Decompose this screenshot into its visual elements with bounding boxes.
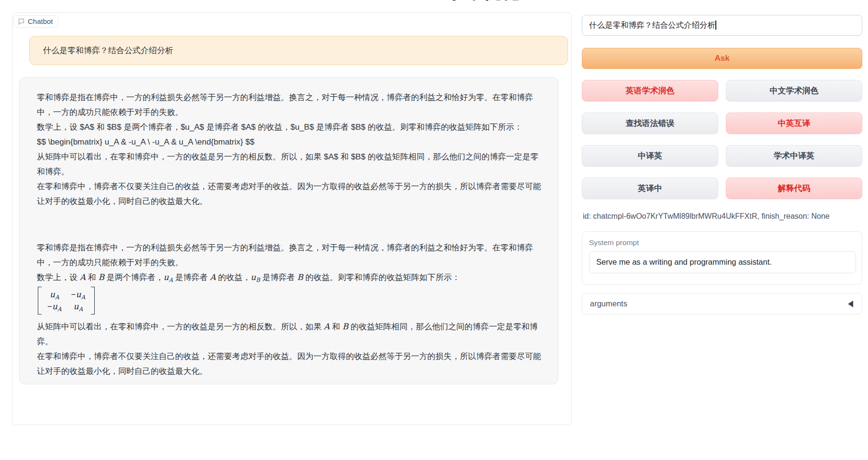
- quick-action-en-academic-polish[interactable]: 英语学术润色: [582, 80, 718, 101]
- quick-action-grid: 英语学术润色中文学术润色查找语法错误中英互译中译英学术中译英英译中解释代码: [582, 80, 862, 199]
- bot-message-bubble: 零和博弈是指在博弈中，一方的利益损失必然等于另一方的利益增益。换言之，对于每一种…: [19, 77, 558, 384]
- matrix-cell: −uA: [71, 289, 86, 301]
- bot-rendered-p1: 零和博弈是指在博弈中，一方的利益损失必然等于另一方的利益增益。换言之，对于每一种…: [37, 240, 544, 270]
- quick-action-zh-en-mutual-translate[interactable]: 中英互译: [726, 112, 862, 134]
- payoff-matrix: uA−uA−uAuA: [38, 287, 95, 314]
- bot-raw-markdown-text: 零和博弈是指在博弈中，一方的利益损失必然等于另一方的利益增益。换言之，对于每一种…: [37, 90, 544, 209]
- user-message-bubble: 什么是零和博弈？结合公式介绍分析: [29, 36, 568, 65]
- matrix-left-bracket: [38, 287, 42, 314]
- control-column: 什么是零和博弈？结合公式介绍分析 Ask 英语学术润色中文学术润色查找语法错误中…: [582, 0, 862, 460]
- chatbot-panel: Chatbot 什么是零和博弈？结合公式介绍分析 零和博弈是指在博弈中，一方的利…: [12, 12, 572, 425]
- quick-action-zh-academic-polish[interactable]: 中文学术润色: [726, 80, 862, 101]
- quick-action-explain-code[interactable]: 解释代码: [726, 178, 862, 199]
- chatbot-label-chip: Chatbot: [13, 15, 58, 28]
- response-status-line: id: chatcmpl-6wOo7KrYTwMl89lbrMWRu4UkFFX…: [583, 212, 830, 221]
- arguments-accordion[interactable]: arguments: [582, 293, 862, 314]
- bot-message-gap: [37, 209, 544, 240]
- matrix-cell: uA: [71, 301, 86, 313]
- ask-button[interactable]: Ask: [582, 48, 862, 69]
- quick-action-academic-zh-to-en[interactable]: 学术中译英: [726, 145, 862, 167]
- system-prompt-box: System prompt Serve me as a writing and …: [582, 231, 862, 285]
- chatbot-label: Chatbot: [28, 17, 53, 25]
- matrix-cell: uA: [47, 289, 62, 301]
- bot-rendered-p4: 在零和博弈中，博弈者不仅要关注自己的收益，还需要考虑对手的收益。因为一方取得的收…: [37, 349, 544, 379]
- bot-rendered-p2: 数学上，设 A 和 B 是两个博弈者，uA 是博弈者 A 的收益，uB 是博弈者…: [37, 270, 544, 285]
- matrix-cell: −uA: [47, 301, 62, 313]
- accordion-collapsed-arrow-icon: [848, 301, 853, 307]
- question-input-value: 什么是零和博弈？结合公式介绍分析: [589, 21, 715, 29]
- quick-action-find-grammar-errors[interactable]: 查找语法错误: [582, 112, 718, 134]
- system-prompt-input[interactable]: Serve me as a writing and programming as…: [589, 251, 856, 273]
- bot-rendered-text: 零和博弈是指在博弈中，一方的利益损失必然等于另一方的利益增益。换言之，对于每一种…: [37, 240, 544, 379]
- quick-action-en-to-zh[interactable]: 英译中: [582, 178, 718, 199]
- user-message-text: 什么是零和博弈？结合公式介绍分析: [43, 46, 173, 55]
- page-title-text: 学术优化: [412, 0, 555, 3]
- chat-bubble-icon: [18, 18, 25, 25]
- system-prompt-label: System prompt: [589, 238, 855, 247]
- matrix-right-bracket: [91, 287, 95, 314]
- page-title-clipped: 学术优化: [412, 0, 555, 4]
- bot-rendered-p3: 从矩阵中可以看出，在零和博弈中，一方的收益是另一方的相反数。所以，如果 A 和 …: [37, 319, 544, 349]
- quick-action-zh-to-en[interactable]: 中译英: [582, 145, 718, 167]
- text-caret: [715, 21, 716, 30]
- question-input[interactable]: 什么是零和博弈？结合公式介绍分析: [582, 15, 862, 36]
- arguments-accordion-label: arguments: [590, 299, 627, 308]
